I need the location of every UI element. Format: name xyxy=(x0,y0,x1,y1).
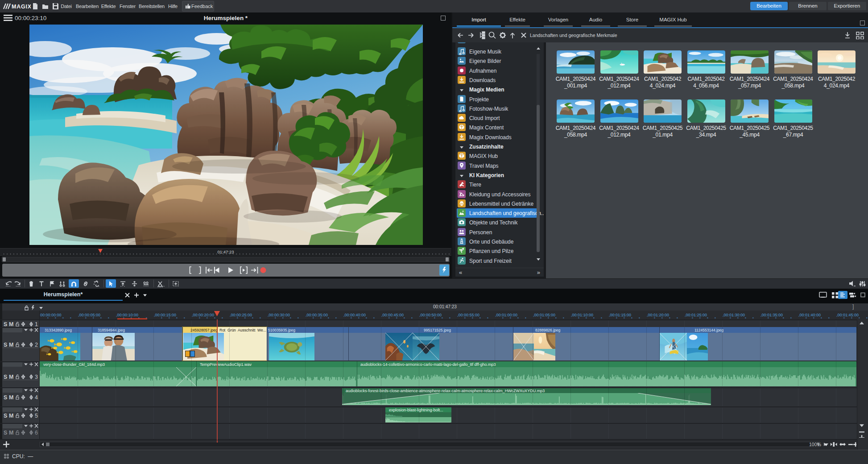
svg-text:MAGIX: MAGIX xyxy=(12,4,31,10)
svg-text:,00:00:40:00: ,00:00:40:00 xyxy=(343,313,366,317)
svg-text:,00:00:30:00: ,00:00:30:00 xyxy=(268,313,290,317)
svg-text:,00:01:10:00: ,00:01:10:00 xyxy=(571,313,593,317)
svg-text:,00:00:15:00: ,00:00:15:00 xyxy=(154,313,176,317)
svg-text:,00:00:35:00: ,00:00:35:00 xyxy=(306,313,328,317)
svg-text:,00:00:05:00: ,00:00:05:00 xyxy=(78,313,100,317)
svg-text:,00:00:55:00: ,00:00:55:00 xyxy=(457,313,479,317)
svg-text:,00:00:50:00: ,00:00:50:00 xyxy=(419,313,442,317)
svg-text:,00:00:10:00: ,00:00:10:00 xyxy=(116,313,138,317)
svg-text:,00:01:20:00: ,00:01:20:00 xyxy=(647,313,669,317)
svg-text:,00:01:00:00: ,00:01:00:00 xyxy=(495,313,517,317)
svg-text:,00:01:35:00: ,00:01:35:00 xyxy=(761,313,783,317)
svg-text:,00:01:15:00: ,00:01:15:00 xyxy=(609,313,631,317)
svg-text:00:00:00:00: 00:00:00:00 xyxy=(40,313,62,317)
svg-text:,00:01:25:00: ,00:01:25:00 xyxy=(685,313,707,317)
svg-text:,00:00:25:00: ,00:00:25:00 xyxy=(230,313,252,317)
svg-text:,00:01:45:00: ,00:01:45:00 xyxy=(836,313,859,317)
svg-text:,00:01:30:00: ,00:01:30:00 xyxy=(723,313,745,317)
svg-text:,00:00:45:00: ,00:00:45:00 xyxy=(381,313,404,317)
svg-text:,00:00:20:00: ,00:00:20:00 xyxy=(192,313,214,317)
svg-text:,00:01:40:00: ,00:01:40:00 xyxy=(798,313,821,317)
svg-text:,00:01:05:00: ,00:01:05:00 xyxy=(533,313,555,317)
svg-text:01:47:23: 01:47:23 xyxy=(218,249,234,254)
